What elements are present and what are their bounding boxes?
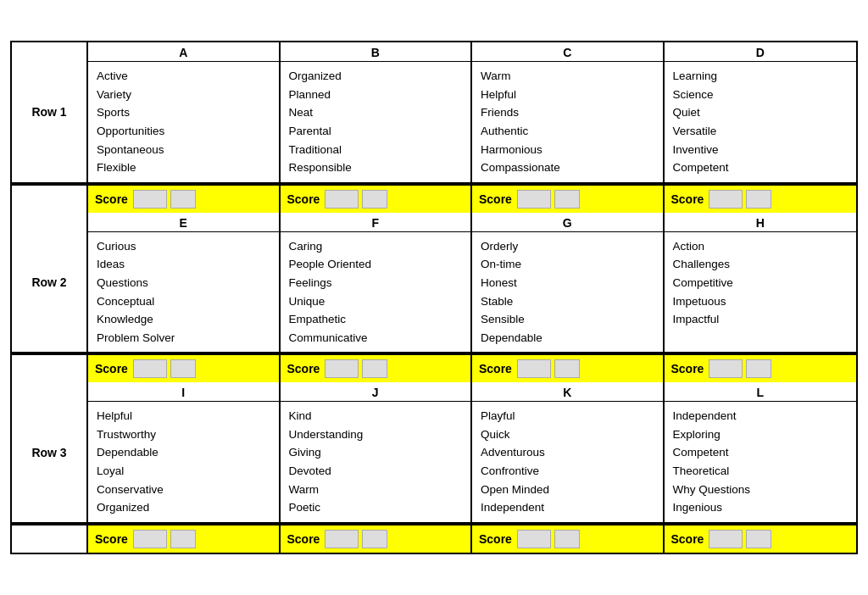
score-input-L[interactable]	[709, 530, 743, 548]
cell-content-E: CuriousIdeasQuestionsConceptualKnowledge…	[88, 232, 279, 353]
score-label-J: Score	[287, 532, 320, 546]
cell-header-K: K	[472, 382, 663, 402]
list-item: Versatile	[673, 122, 849, 141]
score-row-2: ScoreScoreScoreScore	[12, 353, 856, 382]
cell-content-G: OrderlyOn-timeHonestStableSensibleDepend…	[472, 232, 663, 353]
score-label-F: Score	[287, 362, 320, 375]
score-box-G[interactable]	[554, 359, 580, 378]
list-item: Conceptual	[97, 292, 270, 311]
list-item: Challenges	[673, 255, 849, 274]
score-box-E[interactable]	[170, 359, 196, 378]
score-input-B[interactable]	[325, 190, 359, 209]
list-item: Exploring	[673, 425, 849, 444]
score-input-E[interactable]	[133, 359, 167, 378]
list-item: Parental	[289, 122, 463, 141]
cell-header-C: C	[472, 42, 663, 62]
score-cell-C: Score	[472, 186, 665, 213]
cell-content-L: IndependentExploringCompetentTheoretical…	[665, 402, 857, 522]
cell-content-B: OrganizedPlannedNeatParentalTraditionalR…	[281, 62, 471, 182]
score-input-C[interactable]	[517, 190, 551, 209]
list-item: Empathetic	[289, 310, 463, 329]
row-label-1: Row 1	[12, 42, 88, 182]
list-item: Traditional	[289, 141, 463, 159]
score-input-I[interactable]	[133, 530, 167, 548]
main-grid: Row 1AActiveVarietySportsOpportunitiesSp…	[10, 41, 858, 554]
score-cell-K: Score	[472, 525, 665, 553]
score-box-A[interactable]	[170, 190, 196, 209]
score-box-I[interactable]	[170, 530, 196, 548]
list-item: Independent	[673, 407, 849, 425]
list-item: Questions	[97, 274, 270, 292]
list-item: Competitive	[673, 274, 849, 292]
list-item: People Oriented	[289, 255, 463, 274]
score-input-G[interactable]	[517, 359, 551, 378]
list-item: Orderly	[481, 237, 654, 256]
list-item: Kind	[289, 407, 463, 425]
score-row-1: ScoreScoreScoreScore	[12, 184, 856, 213]
score-input-D[interactable]	[709, 190, 743, 209]
list-item: Dependable	[97, 443, 270, 462]
score-box-B[interactable]	[362, 190, 387, 209]
score-box-L[interactable]	[746, 530, 771, 548]
list-item: Quiet	[673, 103, 849, 122]
score-row-3: ScoreScoreScoreScore	[12, 524, 856, 553]
cell-header-H: H	[665, 213, 857, 232]
list-item: Curious	[97, 237, 270, 256]
cell-header-B: B	[281, 42, 471, 62]
list-item: Competent	[673, 443, 849, 462]
score-input-J[interactable]	[325, 530, 359, 548]
score-box-D[interactable]	[746, 190, 771, 209]
list-item: On-time	[481, 255, 654, 274]
score-row-empty	[12, 186, 88, 213]
score-input-H[interactable]	[709, 359, 743, 378]
list-item: Feelings	[289, 274, 463, 292]
score-cell-E: Score	[88, 355, 281, 382]
list-item: Authentic	[481, 122, 654, 141]
list-item: Learning	[673, 67, 849, 86]
list-item: Devoted	[289, 462, 463, 481]
cell-I: IHelpfulTrustworthyDependableLoyalConser…	[88, 382, 281, 522]
cell-content-H: ActionChallengesCompetitiveImpetuousImpa…	[665, 232, 857, 353]
score-cell-L: Score	[665, 525, 857, 553]
score-input-K[interactable]	[517, 530, 551, 548]
score-cell-D: Score	[665, 186, 857, 213]
cell-content-D: LearningScienceQuietVersatileInventiveCo…	[665, 62, 857, 182]
cell-content-A: ActiveVarietySportsOpportunitiesSpontane…	[88, 62, 279, 182]
score-box-F[interactable]	[362, 359, 387, 378]
score-cell-I: Score	[88, 525, 281, 553]
list-item: Knowledge	[97, 310, 270, 329]
cell-K: KPlayfulQuickAdventurousConfrontiveOpen …	[472, 382, 665, 522]
list-item: Open Minded	[481, 481, 654, 499]
score-input-F[interactable]	[325, 359, 359, 378]
list-item: Science	[673, 86, 849, 104]
cell-header-G: G	[472, 213, 663, 232]
cell-D: DLearningScienceQuietVersatileInventiveC…	[665, 42, 857, 182]
list-item: Neat	[289, 103, 463, 122]
list-item: Impactful	[673, 310, 849, 329]
score-box-C[interactable]	[554, 190, 580, 209]
list-item: Harmonious	[481, 141, 654, 159]
score-box-K[interactable]	[554, 530, 580, 548]
list-item: Conservative	[97, 481, 270, 499]
score-row-empty	[12, 525, 88, 553]
list-item: Dependable	[481, 329, 654, 348]
list-item: Confrontive	[481, 462, 654, 481]
score-box-J[interactable]	[362, 530, 387, 548]
score-input-A[interactable]	[133, 190, 167, 209]
list-item: Friends	[481, 103, 654, 122]
list-item: Active	[97, 67, 270, 86]
cell-header-E: E	[88, 213, 279, 232]
cell-content-K: PlayfulQuickAdventurousConfrontiveOpen M…	[472, 402, 663, 522]
cell-header-A: A	[88, 42, 279, 62]
cell-content-I: HelpfulTrustworthyDependableLoyalConserv…	[88, 402, 279, 522]
cell-header-I: I	[88, 382, 279, 402]
list-item: Adventurous	[481, 443, 654, 462]
list-item: Competent	[673, 158, 849, 177]
list-item: Inventive	[673, 141, 849, 159]
list-item: Opportunities	[97, 122, 270, 141]
score-label-G: Score	[479, 362, 512, 375]
score-box-H[interactable]	[746, 359, 771, 378]
list-item: Variety	[97, 86, 270, 104]
row-label-3: Row 3	[12, 382, 88, 522]
grid-row-2: Row 2ECuriousIdeasQuestionsConceptualKno…	[12, 213, 856, 354]
